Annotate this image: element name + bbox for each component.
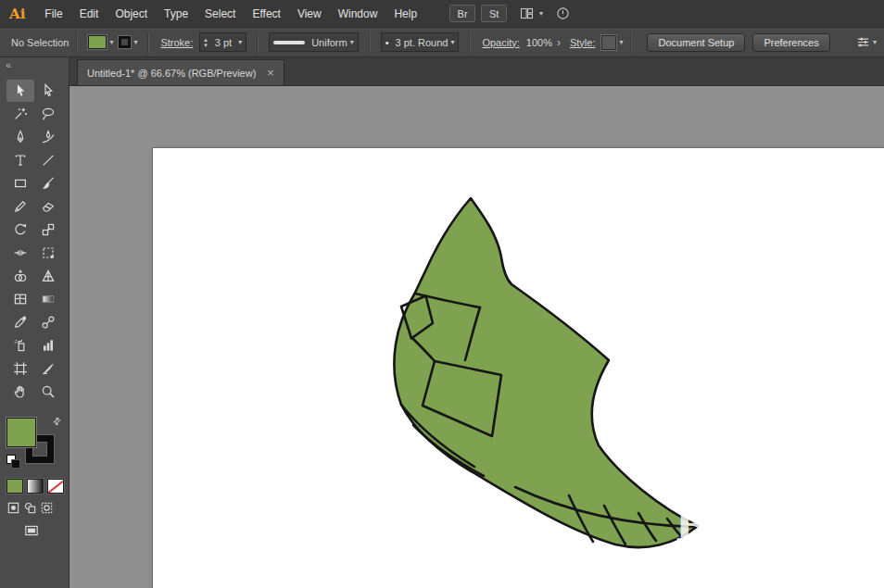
stroke-swatch[interactable] [119,36,131,48]
stock-button[interactable]: St [481,5,507,22]
menu-object[interactable]: Object [107,7,156,20]
document-canvas[interactable]: B [69,86,884,588]
tool-zoom[interactable] [34,381,62,403]
workspace-switcher[interactable]: ▾ [520,6,543,20]
tool-rectangle[interactable] [6,172,34,194]
document-setup-button[interactable]: Document Setup [647,33,745,52]
scale-icon [41,222,56,237]
chevron-down-icon[interactable]: ▾ [450,39,454,46]
tool-shape-builder[interactable] [6,265,34,287]
width-profile-value[interactable]: Uniform [311,37,347,48]
chevron-down-icon[interactable]: ▾ [350,39,354,46]
chevron-right-icon[interactable]: › [557,36,561,49]
menu-select[interactable]: Select [196,7,244,20]
separator [76,32,78,53]
tool-symbol-sprayer[interactable] [6,334,34,357]
tool-rotate[interactable] [6,219,34,241]
draw-behind-icon[interactable] [23,501,37,515]
default-fill-stroke-icon[interactable] [6,455,21,468]
chevron-down-icon[interactable]: ▾ [109,39,113,46]
stroke-color-control[interactable]: ▾ [119,36,137,48]
stroke-weight-field[interactable]: ▴▾ 3 pt ▾ [199,32,246,52]
menu-view[interactable]: View [289,7,330,20]
screen-mode-icon [24,523,39,538]
tool-magic-wand[interactable] [6,103,34,125]
shape-builder-icon [13,269,28,283]
width-tool-icon [13,245,28,260]
chevron-down-icon[interactable]: ▾ [133,39,137,46]
opacity-panel-link[interactable]: Opacity: [482,37,519,48]
color-button[interactable] [6,479,23,494]
artboard-tool-icon [13,361,28,376]
sync-status[interactable] [556,6,570,20]
tool-hand[interactable] [6,381,34,403]
stroke-weight-stepper[interactable]: ▴▾ [204,37,208,48]
bridge-button[interactable]: Br [449,5,475,22]
tool-line-segment[interactable] [34,149,62,171]
tool-paintbrush[interactable] [34,172,62,194]
brush-dropdown[interactable]: • 3 pt. Round ▾ [381,32,460,52]
close-icon[interactable]: × [267,66,274,80]
width-profile-dropdown[interactable]: Uniform ▾ [269,32,359,52]
tool-pencil[interactable] [6,195,34,218]
free-transform-icon [41,245,56,260]
menu-help[interactable]: Help [385,7,425,20]
control-panel-options[interactable]: ▾ [856,35,877,49]
menu-window[interactable]: Window [330,7,386,20]
stepper-down-icon[interactable]: ▾ [204,43,208,48]
curvature-icon [41,130,56,144]
none-button[interactable] [47,479,64,494]
tool-mesh[interactable] [6,288,34,310]
screen-mode-button[interactable] [24,523,69,542]
style-panel-link[interactable]: Style: [570,37,596,48]
brush-value[interactable]: 3 pt. Round [396,37,448,48]
tool-free-transform[interactable] [34,242,62,264]
collapse-panel-icon[interactable]: « [0,57,69,72]
column-graph-icon [41,338,56,353]
tool-lasso[interactable] [34,103,62,125]
tool-eyedropper[interactable] [6,311,34,333]
preferences-button[interactable]: Preferences [752,33,829,52]
lasso-icon [41,106,56,121]
tool-curvature[interactable] [34,126,62,148]
draw-normal-icon[interactable] [6,501,20,515]
tool-pen[interactable] [6,126,34,148]
tool-selection[interactable] [6,80,34,102]
menu-file[interactable]: File [36,7,70,20]
document-tab[interactable]: Untitled-1* @ 66.67% (RGB/Preview) × [77,59,284,85]
tool-gradient[interactable] [34,288,62,310]
tool-width[interactable] [6,242,34,264]
tool-column-graph[interactable] [34,334,62,357]
symbol-sprayer-icon [13,338,28,353]
fill-color-control[interactable]: ▾ [88,35,113,49]
menu-effect[interactable]: Effect [244,7,288,20]
menu-edit[interactable]: Edit [71,7,107,20]
tool-perspective-grid[interactable] [34,265,62,287]
gradient-button[interactable] [27,479,44,494]
tool-blend[interactable] [34,311,62,333]
illustrator-window: Ai File Edit Object Type Select Effect V… [0,0,884,588]
tool-eraser[interactable] [34,195,62,218]
pencil-icon [13,199,28,214]
tool-slice[interactable] [34,357,62,380]
fill-swatch[interactable] [88,35,107,49]
tool-artboard[interactable] [6,357,34,380]
metapod-body[interactable] [394,198,698,547]
tab-bar: Untitled-1* @ 66.67% (RGB/Preview) × [69,57,884,86]
tool-scale[interactable] [34,219,62,241]
chevron-down-icon[interactable]: ▾ [619,39,623,46]
stroke-weight-value[interactable]: 3 pt [211,37,235,48]
chevron-down-icon[interactable]: ▾ [238,39,242,46]
line-segment-icon [41,153,56,168]
separator [469,32,471,53]
style-swatch[interactable] [601,35,616,50]
stroke-panel-link[interactable]: Stroke: [160,37,193,48]
swap-fill-stroke-icon[interactable]: ⇄ [50,415,63,428]
tool-direct-selection[interactable] [34,80,62,102]
menu-type[interactable]: Type [156,7,196,20]
tool-type[interactable] [6,149,34,171]
fill-color-box[interactable] [6,418,36,447]
draw-inside-icon[interactable] [40,501,54,515]
eyedropper-icon [13,315,28,330]
opacity-value[interactable]: 100% [526,37,552,48]
